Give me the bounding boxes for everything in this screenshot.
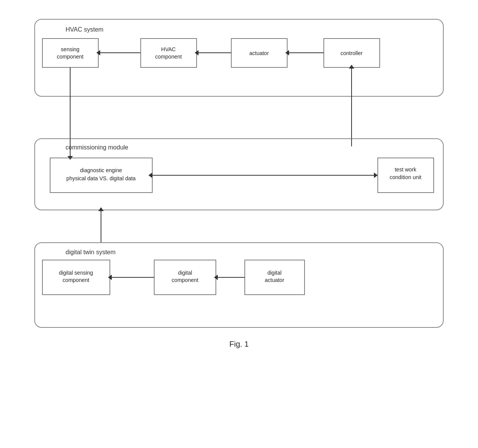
- svg-text:component: component: [155, 54, 182, 60]
- actuator-label: actuator: [249, 50, 269, 56]
- hvac-component-label: HVAC: [161, 46, 176, 52]
- controller-label: controller: [340, 50, 363, 56]
- svg-marker-28: [98, 207, 104, 211]
- svg-marker-26: [349, 65, 354, 69]
- svg-rect-5: [141, 39, 197, 67]
- digital-component-label: digital: [178, 270, 192, 276]
- digital-actuator-label: digital: [268, 270, 282, 276]
- svg-text:component: component: [57, 54, 83, 60]
- hvac-system-label: HVAC system: [66, 26, 103, 33]
- diagram-container: HVAC system sensing component HVAC compo…: [27, 12, 451, 358]
- svg-text:actuator: actuator: [265, 277, 284, 283]
- svg-rect-29: [35, 243, 443, 327]
- test-work-condition-unit-label: test work: [395, 166, 417, 173]
- svg-text:component: component: [62, 277, 89, 283]
- svg-rect-1: [42, 39, 98, 67]
- commissioning-module-label: commissioning module: [66, 144, 128, 151]
- figure-label: Fig. 1: [229, 340, 249, 348]
- digital-twin-system-label: digital twin system: [66, 249, 116, 255]
- digital-sensing-component-label: digital sensing: [59, 270, 93, 276]
- architecture-diagram: HVAC system sensing component HVAC compo…: [27, 12, 451, 358]
- svg-text:component: component: [172, 277, 198, 283]
- svg-text:condition unit: condition unit: [390, 174, 422, 180]
- diagnostic-engine-label: diagnostic engine: [80, 167, 122, 173]
- svg-marker-22: [374, 173, 378, 178]
- sensing-component-label: sensing: [61, 46, 79, 52]
- svg-text:physical data VS. digital data: physical data VS. digital data: [66, 175, 136, 181]
- svg-marker-21: [148, 173, 152, 178]
